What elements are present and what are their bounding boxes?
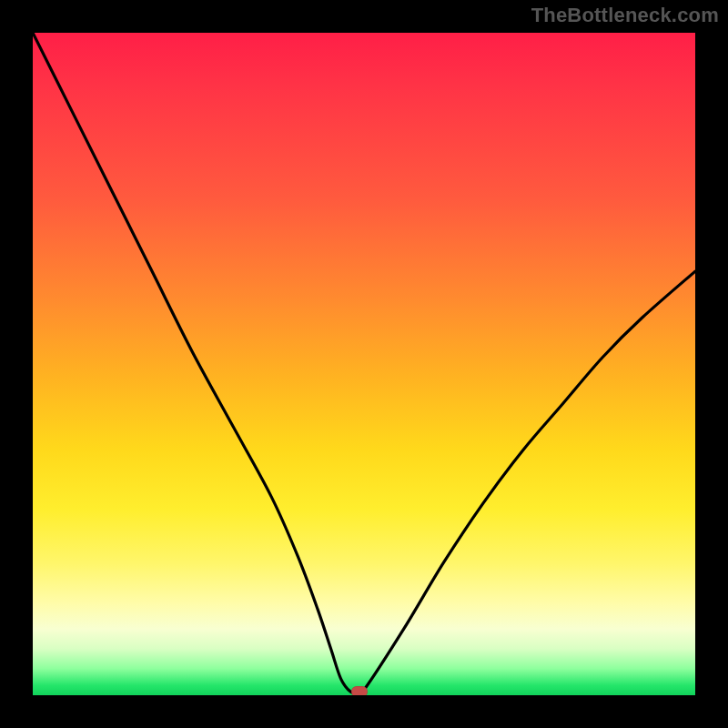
plot-area	[33, 33, 695, 695]
optimum-marker	[351, 686, 368, 695]
chart-frame: TheBottleneck.com	[0, 0, 728, 728]
bottleneck-curve	[33, 33, 695, 695]
attribution-text: TheBottleneck.com	[531, 4, 719, 27]
